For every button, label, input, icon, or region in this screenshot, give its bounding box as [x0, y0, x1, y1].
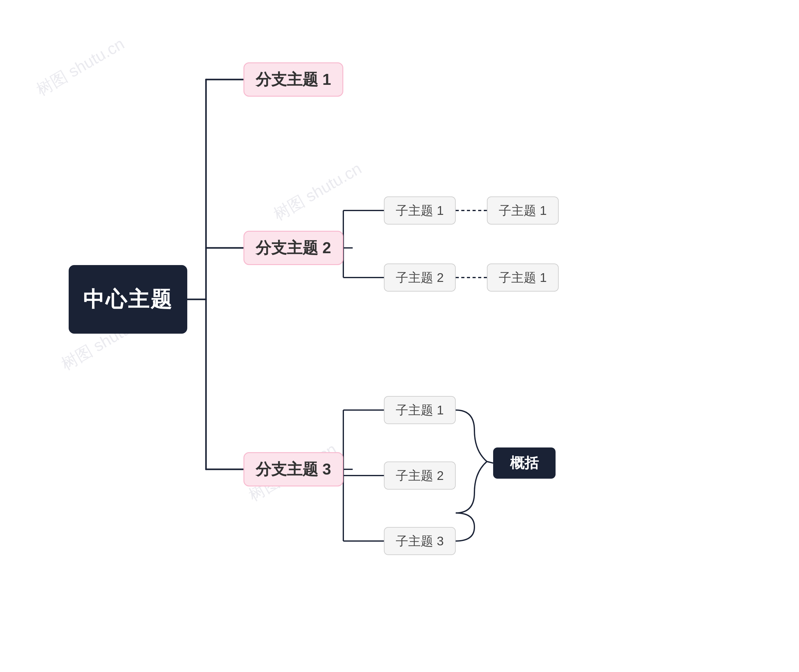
sub-node-b2-2: 子主题 2 — [384, 264, 456, 291]
leaf-node-b2-2: 子主题 1 — [487, 264, 559, 291]
connectors-svg — [0, 0, 799, 672]
sub-b3-2-label: 子主题 2 — [396, 467, 443, 484]
sub-b2-2-label: 子主题 2 — [396, 269, 443, 286]
diagram-container: 树图 shutu.cn 树图 shutu.cn 树图 shutu.cn 树图 s… — [0, 0, 799, 672]
watermark-1: 树图 shutu.cn — [32, 33, 128, 101]
branch-3-label: 分支主题 3 — [256, 459, 331, 480]
sub-b3-1-label: 子主题 1 — [396, 402, 443, 419]
center-node-label: 中心主题 — [83, 285, 173, 314]
sub-node-b3-1: 子主题 1 — [384, 396, 456, 424]
watermark-2: 树图 shutu.cn — [270, 158, 366, 226]
summary-label: 概括 — [510, 453, 539, 473]
sub-node-b3-2: 子主题 2 — [384, 461, 456, 490]
leaf-b2-1-label: 子主题 1 — [499, 202, 547, 219]
sub-b3-3-label: 子主题 3 — [396, 533, 443, 550]
branch-node-1: 分支主题 1 — [244, 62, 343, 97]
branch-1-label: 分支主题 1 — [256, 69, 331, 90]
branch-node-3: 分支主题 3 — [244, 452, 343, 486]
leaf-node-b2-1: 子主题 1 — [487, 197, 559, 224]
leaf-b2-2-label: 子主题 1 — [499, 269, 547, 286]
branch-2-label: 分支主题 2 — [256, 238, 331, 259]
sub-b2-1-label: 子主题 1 — [396, 202, 443, 219]
sub-node-b3-3: 子主题 3 — [384, 527, 456, 555]
svg-line-21 — [487, 461, 493, 463]
branch-node-2: 分支主题 2 — [244, 231, 343, 265]
summary-node: 概括 — [493, 448, 555, 478]
center-node: 中心主题 — [69, 265, 187, 334]
sub-node-b2-1: 子主题 1 — [384, 197, 456, 224]
